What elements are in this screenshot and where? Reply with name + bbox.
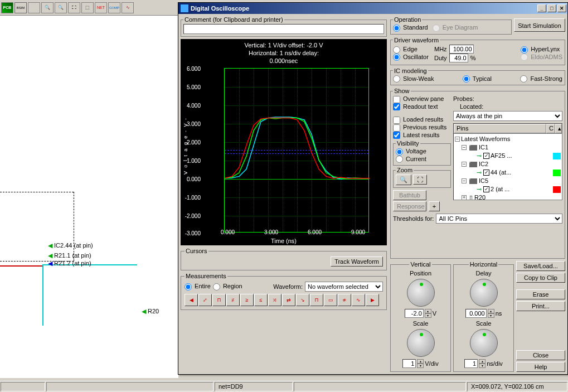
oscillator-radio[interactable]: Oscillator — [393, 54, 429, 60]
hscale-label: Scale — [457, 320, 510, 327]
dialog-titlebar[interactable]: Digital Oscilloscope _ □ ✕ — [178, 3, 567, 14]
slow-weak-radio[interactable]: Slow-Weak — [393, 75, 434, 83]
waveform-icon[interactable]: ∿ — [122, 2, 134, 13]
net-button[interactable]: NET — [95, 2, 107, 13]
standard-radio[interactable]: Standard — [393, 24, 428, 32]
tree-ic5[interactable]: IC5 — [479, 177, 488, 185]
zoom-fit-icon[interactable]: ⛶ — [68, 2, 80, 13]
meas-area-icon[interactable]: ▭ — [324, 294, 337, 306]
meas-period-icon[interactable]: ⇄ — [282, 294, 295, 306]
meas-go-right-icon[interactable]: ▶ — [366, 294, 379, 306]
pin-check[interactable]: ✓ — [483, 153, 489, 159]
readout-check[interactable]: Readout text — [393, 103, 438, 110]
comment-legend: Comment (for Clipboard and printer) — [183, 16, 284, 23]
meas-high-icon[interactable]: ≤ — [254, 294, 268, 306]
comment-input[interactable] — [183, 24, 384, 34]
meas-fall-icon[interactable]: ≠ — [226, 294, 240, 306]
zoom-in-button[interactable]: 🔍 — [396, 175, 411, 185]
meas-rise-icon[interactable]: ⤢ — [198, 294, 212, 306]
edge-radio[interactable]: Edge — [393, 46, 417, 52]
track-waveform-button[interactable]: Track Waveform — [331, 257, 383, 267]
hyperlynx-radio[interactable]: HyperLynx — [521, 46, 560, 52]
scope-plot-area[interactable] — [224, 68, 369, 233]
located-select[interactable]: Always at the pin — [453, 111, 562, 121]
pin-check[interactable]: ✓ — [483, 186, 489, 192]
save-load-button[interactable]: Save/Load... — [516, 261, 565, 271]
meas-freq-icon[interactable]: ∿ — [352, 294, 365, 306]
entire-radio[interactable]: Entire — [185, 283, 211, 291]
copy-clip-button[interactable]: Copy to Clip — [516, 273, 565, 283]
vertical-scale-knob[interactable] — [407, 329, 435, 357]
vertical-position-knob[interactable] — [407, 279, 435, 307]
loaded-check[interactable]: Loaded results — [393, 116, 443, 123]
voltage-radio[interactable]: Voltage — [396, 148, 426, 154]
tree-root[interactable]: Latest Waveforms — [461, 135, 510, 143]
pcb-button[interactable]: PCB — [1, 2, 13, 13]
meas-go-left-icon[interactable]: ◀ — [185, 294, 198, 306]
fast-strong-radio[interactable]: Fast-Strong — [520, 75, 562, 83]
bsim-button[interactable]: BSIM — [14, 2, 27, 13]
tree-ic2-pin[interactable]: 44 (at... — [491, 168, 511, 177]
pin-check[interactable]: ✓ — [483, 170, 489, 176]
meas-pulse-icon[interactable]: Π — [310, 294, 323, 306]
zoom-in-icon[interactable]: 🔍 — [41, 2, 54, 13]
comp-button[interactable]: COMP — [108, 2, 120, 13]
print-button[interactable]: Print... — [516, 301, 565, 311]
color-swatch-green[interactable] — [553, 170, 561, 176]
comment-group: Comment (for Clipboard and printer) — [181, 16, 387, 37]
start-simulation-button[interactable]: Start Simulation — [514, 18, 565, 32]
plus-button[interactable]: + — [429, 201, 440, 211]
tree-ic1-pin[interactable]: AF25 ... — [491, 152, 512, 160]
color-swatch-red[interactable] — [553, 186, 561, 193]
tree-r20[interactable]: R20 — [474, 193, 486, 200]
hscale-input[interactable] — [464, 359, 478, 368]
chip-icon — [469, 178, 477, 184]
hdelay-spinner[interactable]: ▴▾ — [488, 309, 494, 318]
pins-scroll-up[interactable]: ▴ — [555, 124, 562, 133]
close-button[interactable]: Close — [516, 350, 565, 360]
overview-check[interactable]: Overview pane — [393, 95, 444, 102]
meas-delta-icon[interactable]: ≉ — [338, 294, 351, 306]
typical-radio[interactable]: Typical — [463, 75, 492, 83]
horizontal-scale-knob[interactable] — [470, 329, 498, 357]
region-radio[interactable]: Region — [213, 283, 242, 291]
zoom-out-icon[interactable]: 🔍 — [55, 2, 67, 13]
horizontal-delay-knob[interactable] — [470, 279, 498, 307]
meas-low-icon[interactable]: ≥ — [240, 294, 254, 306]
tree-ic2[interactable]: IC2 — [479, 160, 488, 168]
hdelay-input[interactable] — [465, 309, 487, 318]
zoom-area-icon[interactable]: ⬚ — [81, 2, 94, 13]
help-button[interactable]: Help — [516, 362, 565, 372]
minimize-button[interactable]: _ — [537, 4, 546, 12]
close-window-button[interactable]: ✕ — [557, 4, 566, 12]
latest-check[interactable]: Latest results — [393, 132, 439, 138]
maximize-button[interactable]: □ — [547, 4, 556, 12]
current-radio[interactable]: Current — [396, 156, 426, 162]
vertical-legend: Vertical — [409, 261, 431, 268]
previous-check[interactable]: Previous results — [393, 124, 446, 130]
tree-ic1[interactable]: IC1 — [479, 143, 488, 152]
pins-header[interactable]: Pins — [454, 124, 546, 133]
thresholds-select[interactable]: All IC Pins — [436, 214, 562, 224]
schematic-canvas[interactable]: ◀ IC2.44 (at pin) ◀ R21.1 (at pin) ◀ R21… — [0, 16, 178, 378]
vscale-input[interactable] — [402, 359, 416, 368]
mhz-label: MHz — [434, 46, 447, 52]
mhz-input[interactable] — [449, 45, 474, 54]
waveform-select[interactable]: No waveform selected — [305, 282, 383, 292]
color-header[interactable]: C — [546, 124, 555, 133]
meas-slope-icon[interactable]: ↘ — [296, 294, 309, 306]
erase-button[interactable]: Erase — [516, 289, 565, 299]
toolbar-btn-3[interactable] — [28, 2, 40, 13]
pins-tree[interactable]: Pins C ▴ −Latest Waveforms −IC1 ⊸✓AF25 .… — [453, 123, 562, 200]
meas-overshoot-icon[interactable]: Π — [212, 294, 226, 306]
hscale-spinner[interactable]: ▴▾ — [479, 359, 486, 368]
zoom-fit-button[interactable]: ⛶ — [413, 175, 427, 185]
color-swatch-cyan[interactable] — [553, 153, 561, 159]
vpos-input[interactable] — [405, 309, 424, 318]
tree-ic5-pin[interactable]: 2 (at ... — [491, 185, 509, 193]
vpos-spinner[interactable]: ▴▾ — [425, 309, 431, 318]
duty-input[interactable] — [449, 54, 468, 62]
meas-cross-icon[interactable]: ⤮ — [268, 294, 281, 306]
vscale-spinner[interactable]: ▴▾ — [417, 359, 424, 368]
measurement-icons: ◀ ⤢ Π ≠ ≥ ≤ ⤮ ⇄ ↘ Π ▭ ≉ ∿ ▶ — [185, 294, 383, 306]
